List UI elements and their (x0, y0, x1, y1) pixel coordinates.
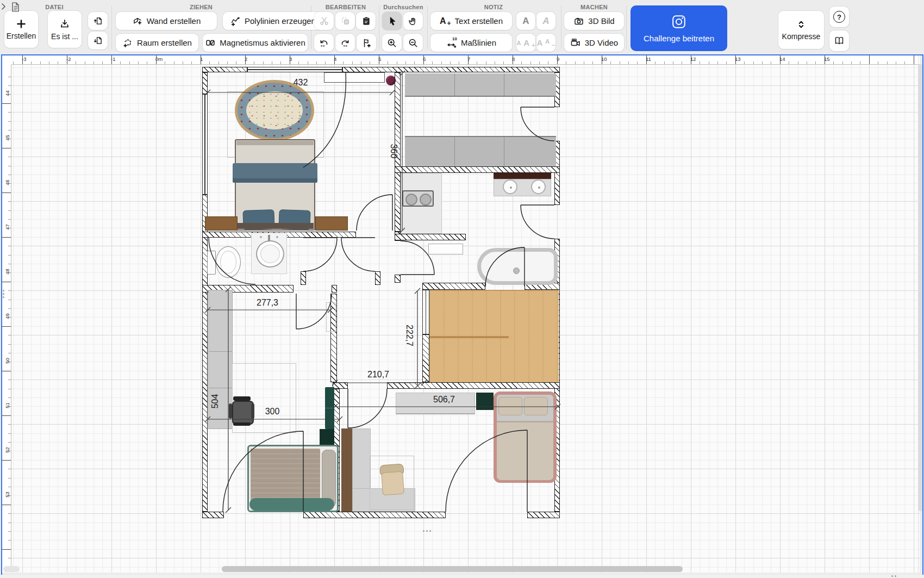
wall[interactable] (387, 382, 560, 389)
bathtub[interactable] (477, 248, 558, 285)
dimension-label[interactable]: 222,7 (404, 325, 414, 346)
render-3d-video-button[interactable]: 3D Video (564, 34, 624, 52)
dimension-label[interactable]: 210,7 (367, 370, 389, 380)
export-page-button[interactable] (88, 32, 108, 49)
wall[interactable] (395, 234, 466, 240)
help-button[interactable]: ? (829, 7, 849, 27)
wall[interactable] (202, 512, 224, 518)
wardrobe-row[interactable] (405, 73, 556, 97)
redo-icon (340, 38, 351, 48)
wall[interactable] (332, 285, 337, 293)
dimension-label[interactable]: 504 (210, 394, 220, 409)
office-chair[interactable] (228, 396, 254, 426)
wall[interactable] (342, 67, 560, 72)
dimension-label[interactable]: 432 (294, 78, 308, 88)
nightstand-green[interactable] (476, 393, 494, 410)
horizontal-scrollbar-thumb[interactable] (222, 566, 683, 572)
wall[interactable] (422, 334, 429, 382)
desk-panel-wood[interactable] (341, 428, 352, 512)
section-label-ziehen: ZIEHEN (179, 4, 223, 10)
wall[interactable] (375, 271, 380, 285)
toggle-snapping-button[interactable]: Magnetismus aktivieren (203, 34, 308, 52)
ruler-top: -3-2-10m123456789101112131415 (2, 55, 920, 65)
desk-chair[interactable] (378, 462, 405, 495)
vertical-scrollbar-thumb[interactable] (919, 64, 922, 511)
wall[interactable] (527, 512, 560, 518)
render-3d-image-button[interactable]: 3D Bild (564, 12, 624, 30)
ruler-top-number: 0m (155, 56, 163, 62)
paste-button[interactable] (356, 12, 376, 30)
wall-shelf[interactable] (324, 72, 385, 83)
toolbar-divider (111, 5, 112, 49)
wardrobe-row[interactable] (405, 136, 556, 166)
copy-button[interactable] (335, 12, 355, 30)
nightstand[interactable] (315, 216, 348, 231)
wall[interactable] (395, 275, 401, 283)
wall[interactable] (301, 271, 306, 285)
plus-icon (16, 18, 27, 29)
cooktop[interactable] (402, 190, 434, 207)
toilet-bowl[interactable] (216, 246, 241, 278)
zoom-in-button[interactable] (382, 34, 402, 52)
wall[interactable] (202, 67, 247, 72)
chair-front-bar (233, 422, 251, 426)
wall[interactable] (202, 72, 208, 94)
zoom-out-button[interactable] (403, 34, 423, 52)
rug-oval[interactable] (235, 80, 314, 141)
nightstand[interactable] (205, 216, 238, 231)
italic-a-label: A (542, 16, 549, 27)
double-bed[interactable] (235, 139, 315, 231)
ruler-top-number: 5 (378, 56, 381, 62)
wall[interactable] (422, 290, 429, 334)
create-polyline-button[interactable]: Polylinien erzeugen (223, 12, 323, 30)
side-table[interactable] (428, 244, 463, 254)
redo-button[interactable] (335, 34, 355, 52)
create-wall-button[interactable]: Wand erstellen (116, 12, 217, 30)
wall[interactable] (202, 195, 208, 512)
window[interactable] (202, 94, 208, 195)
dimension-label[interactable]: 360 (389, 144, 398, 159)
bottom-center-handle[interactable] (423, 530, 431, 532)
wall[interactable] (333, 382, 348, 389)
select-tool-button[interactable] (382, 12, 402, 30)
window[interactable] (247, 67, 342, 72)
pages-button[interactable] (829, 30, 849, 51)
font-bigger-button[interactable]: AA+ (516, 34, 535, 52)
import-page-button[interactable] (88, 12, 108, 30)
font-smaller-button[interactable]: AA− (536, 34, 555, 52)
tall-cabinet-green[interactable] (325, 387, 334, 429)
add-marker-button[interactable] (357, 34, 376, 52)
page-arrow-down-icon (93, 35, 103, 46)
single-bed-teal[interactable] (247, 445, 339, 512)
wall[interactable] (422, 283, 485, 290)
bottom-right-handle[interactable] (891, 575, 896, 577)
create-text-button[interactable]: A+ Text erstellen (430, 12, 512, 30)
plant[interactable] (386, 76, 396, 85)
join-challenge-button[interactable]: Challenge beitreten (630, 5, 727, 51)
cut-button[interactable] (314, 12, 334, 30)
dimension-label[interactable]: 506,7 (433, 395, 455, 405)
dimension-label[interactable]: 300 (265, 407, 280, 417)
single-bed-pink[interactable] (494, 391, 557, 483)
open-file-button[interactable]: Es ist ... (48, 11, 82, 48)
pan-tool-button[interactable] (403, 12, 423, 30)
italic-button[interactable]: A (536, 12, 555, 30)
dimension-label[interactable]: 277,3 (257, 298, 278, 308)
dimension-lines-button[interactable]: 10 Maßlinien (430, 34, 512, 52)
create-button[interactable]: Erstellen (4, 11, 38, 48)
create-room-button[interactable]: Raum erstellen (116, 34, 198, 52)
vanity[interactable] (251, 233, 287, 274)
ruler-top-number: 7 (467, 56, 470, 62)
wall[interactable] (395, 166, 560, 173)
undo-button[interactable] (314, 34, 334, 52)
rug-center (246, 91, 303, 129)
left-edge-handle[interactable] (3, 290, 4, 298)
copy-icon (340, 16, 351, 26)
room-icon (122, 38, 133, 48)
compress-button[interactable]: Kompresse (778, 11, 824, 49)
wall[interactable] (303, 512, 446, 518)
bold-button[interactable]: A (516, 12, 535, 30)
toilet-tank[interactable] (207, 251, 216, 275)
horizontal-scrollbar-stub[interactable] (3, 566, 20, 572)
chevrons-updown-icon (796, 19, 807, 30)
